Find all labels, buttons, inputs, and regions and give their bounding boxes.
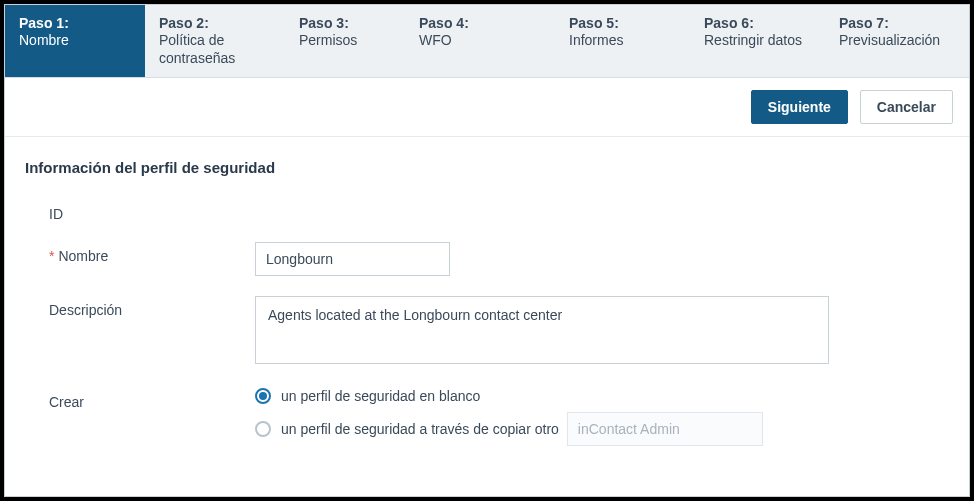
row-name: *Nombre [25,242,949,276]
description-input[interactable] [255,296,829,364]
step-4-wfo[interactable]: Paso 4: WFO [405,5,555,77]
action-bar: Siguiente Cancelar [5,78,969,137]
step-title: Paso 3: [299,15,391,31]
step-2-password-policy[interactable]: Paso 2: Política de contraseñas [145,5,285,77]
name-label-text: Nombre [58,248,108,264]
row-create: Crear un perfil de seguridad en blanco u… [25,388,949,454]
step-6-restrict-data[interactable]: Paso 6: Restringir datos [690,5,825,77]
wizard-container: Paso 1: Nombre Paso 2: Política de contr… [4,4,970,497]
step-title: Paso 6: [704,15,811,31]
step-1-name[interactable]: Paso 1: Nombre [5,5,145,77]
create-option-copy-label: un perfil de seguridad a través de copia… [281,421,559,437]
row-id: ID [25,200,949,222]
create-option-blank[interactable]: un perfil de seguridad en blanco [255,388,855,404]
step-subtitle: Política de contraseñas [159,32,271,67]
id-label: ID [25,200,255,222]
step-subtitle: Previsualización [839,32,955,50]
name-label: *Nombre [25,242,255,264]
radio-icon [255,388,271,404]
step-title: Paso 2: [159,15,271,31]
step-5-reports[interactable]: Paso 5: Informes [555,5,690,77]
row-description: Descripción [25,296,949,368]
step-subtitle: Restringir datos [704,32,811,50]
step-title: Paso 1: [19,15,131,31]
radio-icon [255,421,271,437]
create-label: Crear [25,388,255,410]
step-title: Paso 4: [419,15,541,31]
step-7-preview[interactable]: Paso 7: Previsualización [825,5,969,77]
step-subtitle: Permisos [299,32,391,50]
required-marker: * [49,248,54,264]
section-title: Información del perfil de seguridad [25,159,949,176]
step-subtitle: WFO [419,32,539,50]
step-subtitle: Informes [569,32,676,50]
name-input[interactable] [255,242,450,276]
security-profile-info-section: Información del perfil de seguridad ID *… [5,137,969,484]
step-subtitle: Nombre [19,32,131,50]
step-3-permissions[interactable]: Paso 3: Permisos [285,5,405,77]
copy-source-select[interactable]: inContact Admin [567,412,763,446]
create-option-blank-label: un perfil de seguridad en blanco [281,388,480,404]
create-option-copy[interactable]: un perfil de seguridad a través de copia… [255,412,855,446]
cancel-button[interactable]: Cancelar [860,90,953,124]
wizard-steps: Paso 1: Nombre Paso 2: Política de contr… [5,5,969,78]
next-button[interactable]: Siguiente [751,90,848,124]
step-title: Paso 5: [569,15,676,31]
description-label: Descripción [25,296,255,318]
step-title: Paso 7: [839,15,955,31]
